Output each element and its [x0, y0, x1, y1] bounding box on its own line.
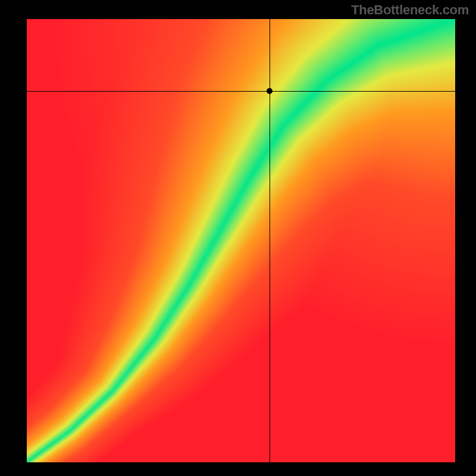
attribution-label: TheBottleneck.com — [351, 2, 469, 18]
chart-container: TheBottleneck.com — [0, 0, 476, 476]
heatmap-canvas — [27, 19, 455, 462]
heatmap-plot — [27, 19, 455, 462]
